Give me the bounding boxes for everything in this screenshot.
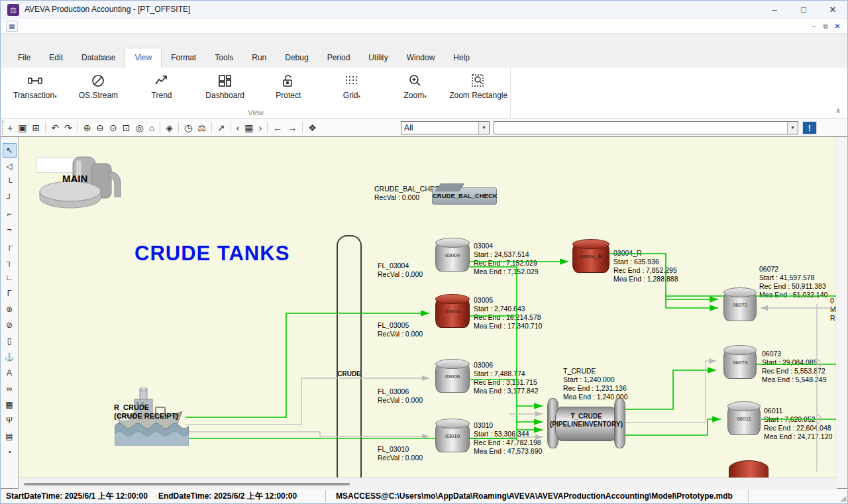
ship-tool-icon[interactable]: ⚓ [3, 350, 17, 364]
tank-03006[interactable]: 03006 [435, 362, 470, 393]
search-caret-icon[interactable]: ▼ [787, 122, 798, 134]
select-cursor-icon[interactable]: ↖ [3, 143, 17, 158]
ribbon-collapse-icon[interactable]: ∧ [835, 107, 841, 115]
crude-column-shape[interactable] [337, 235, 362, 487]
search-dropdown[interactable]: ▼ [494, 121, 798, 134]
mdi-restore-button[interactable]: ⧉ [820, 21, 831, 32]
menu-format[interactable]: Format [162, 48, 205, 68]
grid-button[interactable]: Grid▾ [320, 68, 384, 100]
tank-06072[interactable]: 06072 [723, 291, 757, 321]
home-button[interactable]: ⌂ [149, 123, 154, 132]
filter-caret-icon[interactable]: ▼ [478, 122, 489, 134]
menu-period[interactable]: Period [318, 48, 360, 68]
tree-tool-icon[interactable]: Ψ [3, 413, 17, 428]
redo-button[interactable]: ↷ [64, 123, 72, 132]
save-button[interactable]: ⊞ [32, 123, 40, 132]
bal-check-icon[interactable]: CRUDE_BAL_CHECK [432, 187, 497, 205]
zoom-button[interactable]: Zoom▾ [384, 68, 447, 100]
connector-elbow-up-icon[interactable]: ┘ [3, 191, 17, 205]
tank-03004[interactable]: 03004 [435, 241, 470, 272]
flow-recval: RecVal : 0.000 [378, 454, 423, 462]
filter-tag-button[interactable]: ❖ [308, 123, 317, 132]
tank-06011[interactable]: 06011 [727, 405, 761, 435]
prev-period-button[interactable]: ‹ [237, 123, 240, 132]
transaction-button[interactable]: Transaction▾ [3, 68, 67, 100]
back-button[interactable]: ← [273, 123, 282, 132]
mdi-menu-icon[interactable]: ▦ [6, 21, 18, 32]
tank-tool-icon[interactable]: ▯ [3, 334, 17, 348]
tank-body-label: 03005 [436, 309, 469, 315]
tank-partial-red[interactable] [729, 460, 768, 479]
connector-corner-tr-icon[interactable]: ┐ [3, 254, 17, 269]
tank-06073[interactable]: 06073 [723, 348, 757, 379]
undo-button[interactable]: ↶ [51, 123, 59, 132]
menu-help[interactable]: Help [444, 48, 479, 68]
balance-button[interactable]: ⚖ [197, 123, 206, 132]
connector-stair-up-icon[interactable]: ∟ [3, 270, 17, 285]
valve-tool-icon[interactable]: ⊘ [3, 318, 17, 332]
zoom-out-button[interactable]: ⊖ [96, 123, 104, 132]
connector-stair-down-icon[interactable]: Γ [3, 286, 17, 301]
next-period-button[interactable]: › [258, 123, 262, 132]
mdi-minimize-button[interactable]: – [808, 21, 820, 32]
trend-button[interactable]: Trend [130, 68, 193, 100]
calendar-button[interactable]: ▦ [244, 123, 253, 132]
database-connection: MSACCESS@C:\Users\mo\AppData\Roaming\AVE… [336, 489, 733, 503]
menu-edit[interactable]: Edit [40, 48, 72, 68]
zoom-rectangle-button[interactable]: Zoom Rectangle [447, 68, 510, 100]
toolbar-grip[interactable] [2, 121, 4, 134]
horizontal-scrollbar[interactable] [19, 478, 837, 489]
stat-line: Rec End : 16,214.578 [474, 313, 542, 322]
tank-03010[interactable]: 03010 [435, 422, 470, 452]
menu-utility[interactable]: Utility [359, 48, 397, 68]
menu-file[interactable]: File [9, 48, 40, 68]
mdi-row: ▦ – ⧉ ✕ [1, 19, 847, 34]
tank-03004-r[interactable]: 03004_R [572, 242, 610, 273]
menu-tools[interactable]: Tools [205, 48, 242, 68]
zoom-in-button[interactable]: ⊕ [83, 123, 91, 132]
menu-view[interactable]: View [125, 48, 162, 68]
menu-run[interactable]: Run [242, 48, 276, 68]
resize-grip-icon[interactable]: ◢ [841, 494, 846, 503]
tag-button[interactable]: ◈ [166, 123, 173, 132]
flow-label-fl03006: FL_03006 RecVal : 0.000 [378, 387, 423, 405]
connector-corner-tl-icon[interactable]: ┌ [3, 238, 17, 253]
title-bar: ⚖ AVEVA Production Accounting - [PT_OFFS… [1, 1, 847, 19]
minimize-button[interactable]: – [760, 1, 789, 19]
zoom-selection-button[interactable]: ⊡ [123, 123, 131, 132]
mdi-close-button[interactable]: ✕ [831, 21, 843, 32]
refresh-button[interactable]: ◷ [184, 123, 192, 132]
text-tool-icon[interactable]: A [3, 366, 17, 380]
tank-03005[interactable]: 03005 [435, 297, 470, 328]
gauge-tool-icon[interactable]: ◔ [3, 445, 17, 460]
flowsheet-canvas[interactable]: MAIN CRUDE TANKS CRUDE_BAL_CHECK RecVal … [19, 137, 837, 489]
annotate-cursor-icon[interactable]: ◁ [3, 159, 17, 174]
connector-step-right-icon[interactable]: ⌐ [3, 207, 17, 221]
pump-tool-icon[interactable]: ⊛ [3, 302, 17, 317]
grid-tool-icon[interactable]: ▤ [3, 429, 17, 444]
dashboard-button[interactable]: Dashboard [193, 68, 257, 100]
connector-step-left-icon[interactable]: ¬ [3, 223, 17, 237]
pipeline-spool[interactable]: T_CRUDE (PIPELINEINVENTORY) [547, 395, 625, 452]
zoom-tool-button[interactable]: ⊙ [109, 123, 117, 132]
menu-database[interactable]: Database [72, 48, 125, 68]
filter-value: All [404, 122, 413, 134]
table-tool-icon[interactable]: ▦ [3, 397, 17, 412]
alert-button[interactable]: ! [802, 121, 817, 134]
forward-button[interactable]: → [288, 123, 297, 132]
close-button[interactable]: ✕ [818, 1, 847, 19]
menu-debug[interactable]: Debug [276, 48, 317, 68]
trend-quick-button[interactable]: ↗ [217, 123, 225, 132]
scrollbar-thumb[interactable] [24, 483, 350, 485]
menu-window[interactable]: Window [398, 48, 445, 68]
filter-dropdown[interactable]: All ▼ [401, 121, 490, 134]
os-stream-button[interactable]: OS.Stream [67, 68, 131, 100]
connector-elbow-down-icon[interactable]: └ [3, 175, 17, 189]
link-tool-icon[interactable]: ∞ [3, 381, 17, 396]
open-button[interactable]: ▣ [18, 123, 26, 132]
protect-button[interactable]: Protect [257, 68, 321, 100]
add-button[interactable]: + [7, 123, 13, 132]
maximize-button[interactable]: □ [789, 1, 818, 19]
main-site-label: MAIN [62, 173, 87, 184]
zoom-custom-button[interactable]: ◎ [136, 123, 144, 132]
